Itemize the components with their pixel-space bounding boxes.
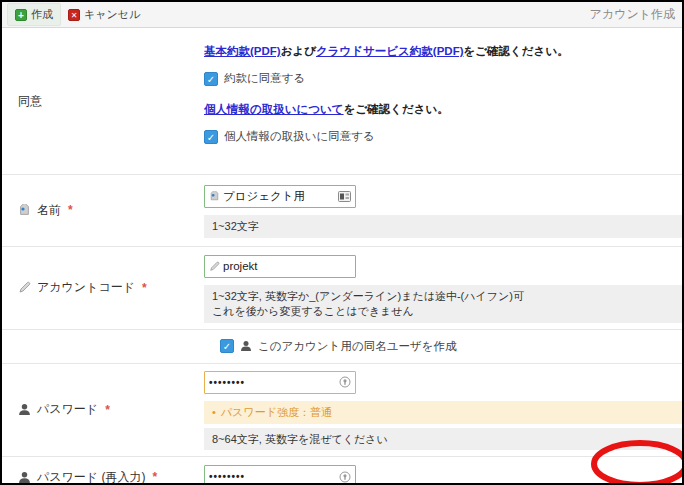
name-input[interactable] [223,191,335,203]
name-input-box [204,185,356,208]
password-confirm-field-cell [204,457,682,485]
ime-keyboard-icon [338,191,351,202]
account-code-hint-line1: 1~32文字, 英数字か_(アンダーライン)または途中-(ハイフン)可 [212,289,674,304]
terms-connector-text: および [281,45,316,57]
same-name-user-row: ✓ このアカウント用の同名ユーザを作成 [2,330,682,364]
terms-agree-label: 約款に同意する [224,71,305,86]
agreement-field: 基本約款(PDF)およびクラウドサービス約款(PDF)をご確認ください。 ✓ 約… [204,28,682,174]
terms-suffix-text: をご確認ください。 [464,45,569,57]
close-icon: ✕ [68,9,80,21]
password-strength-bar: • パスワード強度：普通 [204,401,682,424]
privacy-agree-check-line: ✓ 個人情報の取扱いに同意する [204,129,682,144]
password-confirm-required-mark: * [152,470,157,484]
account-code-field-cell: 1~32文字, 英数字か_(アンダーライン)または途中-(ハイフン)可 これを後… [204,247,682,329]
account-code-row: アカウントコード* 1~32文字, 英数字か_(アンダーライン)または途中-(ハ… [2,247,682,330]
name-row: 名前* 1~32文字 [2,175,682,247]
terms-confirm-line: 基本約款(PDF)およびクラウドサービス約款(PDF)をご確認ください。 [204,44,682,59]
terms-agree-checkbox[interactable]: ✓ [204,72,218,86]
same-name-user-label: このアカウント用の同名ユーザを作成 [258,339,456,354]
privacy-agree-checkbox[interactable]: ✓ [204,130,218,144]
toolbar-create-label: 作成 [31,7,53,22]
privacy-agree-label: 個人情報の取扱いに同意する [224,129,375,144]
password-input[interactable] [209,377,336,388]
privacy-policy-link[interactable]: 個人情報の取扱いについて [204,103,344,115]
password-confirm-row: パスワード (再入力)* [2,457,682,485]
password-reveal-icon[interactable] [339,376,351,388]
password-reveal-icon[interactable] [339,471,351,483]
agreement-row-label: 同意 [2,28,204,174]
privacy-confirm-line: 個人情報の取扱いについてをご確認ください。 [204,102,682,117]
user-icon [18,403,31,416]
account-code-input[interactable] [223,260,351,272]
password-required-mark: * [105,403,110,417]
password-hint: 8~64文字, 英数字を混ぜてください [204,428,682,451]
account-code-row-label: アカウントコード* [2,247,204,329]
terms-agree-check-line: ✓ 約款に同意する [204,71,682,86]
account-code-required-mark: * [142,281,147,295]
account-code-hint: 1~32文字, 英数字か_(アンダーライン)または途中-(ハイフン)可 これを後… [204,285,682,323]
password-row-label: パスワード* [2,364,204,457]
password-confirm-row-label: パスワード (再入力)* [2,457,204,485]
pencil-icon [18,281,31,294]
agreement-label-text: 同意 [18,93,42,110]
privacy-suffix-text: をご確認ください。 [344,103,449,115]
password-confirm-input-box [204,465,356,485]
name-row-label: 名前* [2,175,204,246]
account-code-hint-line2: これを後から変更することはできません [212,304,674,319]
password-field-cell: • パスワード強度：普通 8~64文字, 英数字を混ぜてください [204,364,682,457]
strength-bullet: • [212,406,216,418]
toolbar-cancel-button[interactable]: ✕ キャンセル [61,4,147,25]
name-hint: 1~32文字 [204,215,682,238]
pencil-icon [209,261,220,272]
name-required-mark: * [68,203,73,217]
password-strength-message: パスワード強度：普通 [221,405,332,420]
password-input-box [204,371,356,394]
plus-icon: + [15,9,27,21]
tag-icon [209,191,220,202]
page-title: アカウント作成 [590,6,677,23]
name-field-cell: 1~32文字 [204,175,682,246]
password-confirm-input[interactable] [209,471,336,482]
password-label-text: パスワード [37,401,98,418]
same-name-user-checkbox[interactable]: ✓ [220,339,234,353]
account-create-page: { "toolbar": { "create_label": "作成", "ca… [0,0,684,485]
tag-icon [18,204,31,217]
basic-terms-pdf-link[interactable]: 基本約款(PDF) [204,45,281,57]
toolbar-cancel-label: キャンセル [84,7,140,22]
user-icon [18,471,31,484]
cloud-terms-pdf-link[interactable]: クラウドサービス約款(PDF) [316,45,464,57]
agreement-row: 同意 基本約款(PDF)およびクラウドサービス約款(PDF)をご確認ください。 … [2,28,682,175]
password-row: パスワード* • パスワード強度：普通 8~64文字, 英数字を混ぜてください [2,364,682,458]
account-code-input-box [204,255,356,278]
user-icon [240,340,252,352]
password-confirm-label-text: パスワード (再入力) [37,469,145,485]
name-label-text: 名前 [37,202,61,219]
account-code-label-text: アカウントコード [37,279,135,296]
toolbar-create-button[interactable]: + 作成 [7,3,61,26]
toolbar: + 作成 ✕ キャンセル アカウント作成 [2,2,682,28]
